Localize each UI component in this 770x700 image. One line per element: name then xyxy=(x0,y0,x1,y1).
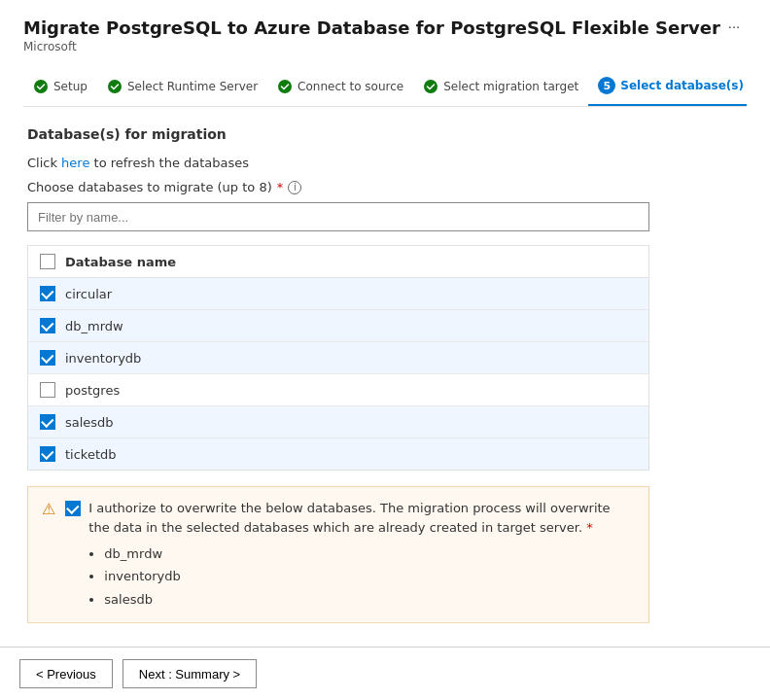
step-connect-source[interactable]: Connect to source xyxy=(267,71,413,104)
step-label: Setup xyxy=(53,80,88,93)
step-check-icon xyxy=(277,79,293,94)
wizard-steps: Setup Select Runtime Server Connect to s… xyxy=(23,69,747,107)
svg-point-2 xyxy=(278,80,292,93)
step-label: Select database(s) for migration xyxy=(620,79,747,92)
auth-row: I authorize to overwrite the below datab… xyxy=(65,499,635,611)
next-button[interactable]: Next : Summary > xyxy=(122,659,257,688)
db-name-header: Database name xyxy=(65,255,176,269)
step-label: Connect to source xyxy=(298,80,403,93)
step-check-icon xyxy=(107,79,122,94)
step-check-icon xyxy=(33,79,49,94)
section-title: Database(s) for migration xyxy=(27,126,743,142)
footer: < Previous Next : Summary > xyxy=(0,647,770,700)
warning-icon: ⚠ xyxy=(42,500,55,518)
table-row[interactable]: salesdb xyxy=(28,406,648,438)
row-checkbox[interactable] xyxy=(40,286,55,301)
table-header-row: Database name xyxy=(28,246,648,278)
page-title: Migrate PostgreSQL to Azure Database for… xyxy=(23,18,720,38)
table-row[interactable]: db_mrdw xyxy=(28,310,648,342)
refresh-link[interactable]: here xyxy=(61,156,89,170)
list-item: inventorydb xyxy=(104,565,635,587)
table-row[interactable]: inventorydb xyxy=(28,342,648,374)
database-table: Database name circular db_mrdw inventory… xyxy=(27,245,649,471)
more-options-icon[interactable]: ··· xyxy=(728,20,740,35)
row-checkbox[interactable] xyxy=(40,382,55,398)
db-name-cell: db_mrdw xyxy=(65,319,123,333)
info-icon[interactable]: i xyxy=(288,181,301,194)
svg-point-0 xyxy=(34,80,48,93)
previous-button[interactable]: < Previous xyxy=(19,659,113,688)
step-select-target[interactable]: Select migration target xyxy=(413,71,588,104)
auth-db-list: db_mrdw inventorydb salesdb xyxy=(104,542,635,611)
step-number: 5 xyxy=(598,77,615,94)
page-subtitle: Microsoft xyxy=(23,40,747,53)
step-setup[interactable]: Setup xyxy=(23,71,97,104)
svg-point-3 xyxy=(424,80,438,93)
db-name-cell: inventorydb xyxy=(65,351,141,366)
step-label: Select migration target xyxy=(443,80,578,93)
refresh-line: Click here to refresh the databases xyxy=(27,156,743,170)
filter-input[interactable] xyxy=(27,202,649,231)
step-label: Select Runtime Server xyxy=(127,80,258,93)
row-checkbox[interactable] xyxy=(40,350,55,366)
auth-box: ⚠ I authorize to overwrite the below dat… xyxy=(27,486,649,623)
db-name-cell: postgres xyxy=(65,383,120,398)
step-select-databases[interactable]: 5 Select database(s) for migration xyxy=(588,69,747,106)
row-checkbox[interactable] xyxy=(40,414,55,430)
db-name-cell: ticketdb xyxy=(65,447,117,462)
db-name-cell: circular xyxy=(65,287,112,301)
required-indicator: * xyxy=(277,180,284,194)
auth-text: I authorize to overwrite the below datab… xyxy=(88,501,610,535)
db-name-cell: salesdb xyxy=(65,415,114,430)
table-row[interactable]: ticketdb xyxy=(28,438,648,470)
table-row[interactable]: postgres xyxy=(28,374,648,406)
step-check-icon xyxy=(423,79,438,94)
row-checkbox[interactable] xyxy=(40,318,55,333)
svg-point-1 xyxy=(108,80,122,93)
list-item: db_mrdw xyxy=(104,542,635,565)
select-all-checkbox[interactable] xyxy=(40,254,55,269)
auth-checkbox[interactable] xyxy=(65,501,81,516)
list-item: salesdb xyxy=(104,588,635,611)
step-select-runtime[interactable]: Select Runtime Server xyxy=(97,71,267,104)
row-checkbox[interactable] xyxy=(40,446,55,462)
choose-label: Choose databases to migrate (up to 8) * … xyxy=(27,180,743,194)
table-row[interactable]: circular xyxy=(28,278,648,310)
